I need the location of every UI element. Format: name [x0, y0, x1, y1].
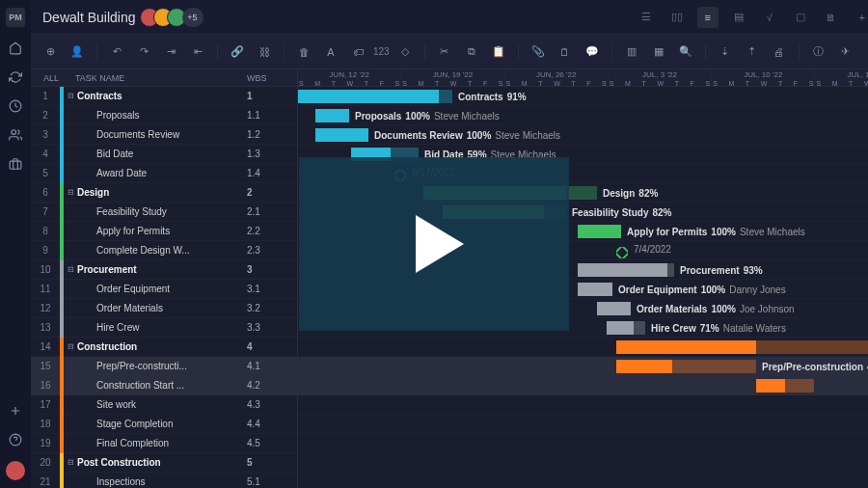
gantt-row[interactable]: Proposals100%Steve Michaels — [298, 106, 868, 125]
task-row[interactable]: 2 Proposals 1.1 — [31, 106, 297, 125]
expand-icon[interactable]: ⊟ — [64, 188, 77, 197]
gantt-bar[interactable] — [315, 128, 368, 142]
avatars-more[interactable]: +5 — [182, 8, 203, 27]
link-icon[interactable]: 🔗 — [226, 41, 249, 64]
gantt-bar[interactable] — [423, 186, 597, 200]
filter-icon[interactable]: ▽ — [861, 41, 868, 64]
gantt-row[interactable]: Order Materials100%Joe Johnson — [298, 299, 868, 318]
task-row[interactable]: 17 Site work 4.3 — [31, 395, 297, 415]
milestone-icon[interactable]: ◇ — [393, 41, 417, 64]
clock-icon[interactable] — [8, 98, 23, 114]
add-view-icon[interactable]: + — [852, 7, 868, 28]
task-row[interactable]: 15 Prep/Pre-constructi... 4.1 — [31, 357, 297, 376]
gantt-row[interactable]: 6/17/2022 — [298, 164, 868, 183]
gantt-row[interactable] — [298, 395, 868, 415]
gantt-row[interactable]: 7/4/2022 — [298, 241, 868, 260]
gantt-bar[interactable] — [578, 263, 674, 277]
redo-icon[interactable]: ↷ — [132, 41, 155, 64]
gantt-bar[interactable] — [443, 205, 566, 219]
gantt-row[interactable] — [298, 434, 868, 453]
unlink-icon[interactable]: ⛓ — [253, 41, 276, 64]
task-row[interactable]: 16 Construction Start ... 4.2 — [31, 376, 297, 395]
task-row[interactable]: 10 ⊟ Procurement 3 — [31, 260, 297, 280]
help-icon[interactable] — [8, 432, 23, 447]
task-row[interactable]: 1 ⊟ Contracts 1 — [31, 87, 297, 106]
zoom-icon[interactable]: 🔍 — [674, 41, 697, 64]
task-row[interactable]: 9 Complete Design W... 2.3 — [31, 241, 297, 260]
user-avatar[interactable] — [6, 461, 25, 480]
task-row[interactable]: 11 Order Equipment 3.1 — [31, 280, 297, 299]
gantt-bar[interactable] — [351, 148, 419, 161]
expand-icon[interactable]: ⊟ — [64, 342, 77, 351]
gantt-row[interactable]: Design82% — [298, 183, 868, 203]
gantt-row[interactable]: Apply for Permits100%Steve Michaels — [298, 222, 868, 241]
grid-icon[interactable]: ▦ — [647, 41, 670, 64]
calendar-view-icon[interactable]: ▢ — [790, 7, 811, 28]
gantt-row[interactable] — [298, 376, 868, 395]
task-row[interactable]: 18 Stage Completion 4.4 — [31, 415, 297, 434]
expand-icon[interactable]: ⊟ — [64, 265, 77, 274]
col-name[interactable]: TASK NAME — [71, 73, 243, 83]
note-icon[interactable]: 🗒 — [554, 41, 577, 64]
milestone-icon[interactable] — [394, 170, 406, 181]
gantt-row[interactable]: Order Equipment100%Danny Jones — [298, 280, 868, 299]
columns-icon[interactable]: ▥ — [620, 41, 643, 64]
milestone-icon[interactable] — [616, 247, 628, 258]
gantt-bar[interactable] — [616, 360, 756, 373]
send-icon[interactable]: ✈ — [834, 41, 857, 64]
gantt-bar[interactable] — [315, 109, 349, 122]
expand-icon[interactable]: ⊟ — [64, 92, 77, 100]
indent-icon[interactable]: ⇥ — [159, 41, 182, 64]
cut-icon[interactable]: ✂ — [433, 41, 456, 64]
task-row[interactable]: 5 Award Date 1.4 — [31, 164, 297, 183]
copy-icon[interactable]: ⧉ — [460, 41, 483, 64]
add-user-icon[interactable]: 👤 — [66, 41, 89, 64]
task-row[interactable]: 13 Hire Crew 3.3 — [31, 318, 297, 338]
gantt-bar[interactable] — [597, 302, 631, 315]
file-view-icon[interactable]: 🗎 — [821, 7, 842, 28]
col-all[interactable]: ALL — [31, 73, 71, 83]
import-icon[interactable]: ⇣ — [714, 41, 737, 64]
task-row[interactable]: 19 Final Completion 4.5 — [31, 434, 297, 453]
gantt-row[interactable]: Contracts91% — [298, 87, 868, 106]
task-row[interactable]: 14 ⊟ Construction 4 — [31, 338, 297, 357]
gantt-row[interactable]: Prep/Pre-construction40%N — [298, 357, 868, 376]
member-avatars[interactable]: +5 — [146, 8, 203, 27]
board-view-icon[interactable]: ▯▯ — [666, 7, 688, 28]
gantt-bar[interactable] — [756, 379, 814, 393]
add-task-icon[interactable]: ⊕ — [39, 41, 62, 64]
task-row[interactable]: 3 Documents Review 1.2 — [31, 125, 297, 145]
task-row[interactable]: 21 Inspections 5.1 — [31, 473, 297, 488]
info-icon[interactable]: ⓘ — [807, 41, 830, 64]
expand-icon[interactable]: ⊟ — [64, 458, 77, 467]
gantt-bar[interactable] — [298, 90, 452, 103]
gantt-row[interactable]: Bid Date59%Steve Michaels — [298, 145, 868, 164]
task-row[interactable]: 8 Apply for Permits 2.2 — [31, 222, 297, 241]
gantt-row[interactable]: Feasibility Study82% — [298, 203, 868, 222]
gantt-row[interactable] — [298, 473, 868, 488]
task-row[interactable]: 7 Feasibility Study 2.1 — [31, 203, 297, 222]
gantt-row[interactable] — [298, 338, 868, 357]
col-wbs[interactable]: WBS — [243, 73, 297, 83]
paste-icon[interactable]: 📋 — [487, 41, 510, 64]
gantt-row[interactable]: Documents Review100%Steve Michaels — [298, 125, 868, 145]
sheet-view-icon[interactable]: ▤ — [728, 7, 749, 28]
app-logo[interactable]: PM — [6, 8, 25, 27]
gantt-row[interactable] — [298, 453, 868, 473]
outdent-icon[interactable]: ⇤ — [186, 41, 209, 64]
gantt-bar[interactable] — [616, 340, 868, 354]
task-row[interactable]: 4 Bid Date 1.3 — [31, 145, 297, 164]
tag-icon[interactable]: 🏷 — [346, 41, 369, 64]
list-view-icon[interactable]: ☰ — [636, 7, 657, 28]
export-icon[interactable]: ⇡ — [741, 41, 764, 64]
home-icon[interactable] — [8, 41, 23, 56]
workload-view-icon[interactable]: √ — [759, 7, 780, 28]
gantt-row[interactable] — [298, 415, 868, 434]
refresh-icon[interactable] — [8, 69, 23, 85]
undo-icon[interactable]: ↶ — [105, 41, 128, 64]
print-icon[interactable]: 🖨 — [768, 41, 791, 64]
attach-icon[interactable]: 📎 — [527, 41, 550, 64]
gantt-bar[interactable] — [578, 225, 621, 238]
gantt-bar[interactable] — [607, 321, 645, 335]
gantt-bar[interactable] — [578, 283, 612, 296]
